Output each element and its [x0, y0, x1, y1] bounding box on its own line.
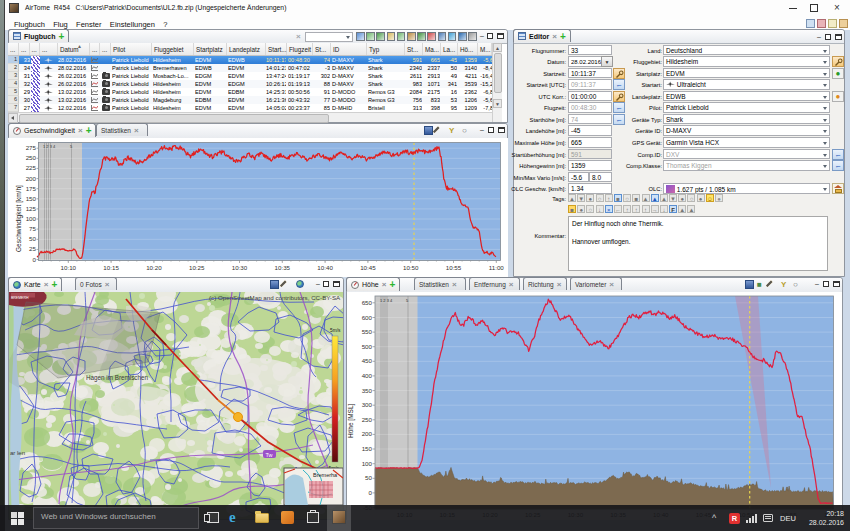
svg-text:100: 100: [362, 460, 373, 467]
svg-text:1 2 3 4: 1 2 3 4: [380, 298, 393, 303]
svg-text:450: 450: [362, 357, 373, 364]
svg-text:Bremerha: Bremerha: [313, 472, 338, 478]
svg-text:10:20: 10:20: [146, 264, 162, 271]
svg-text:650: 650: [362, 299, 373, 306]
svg-text:275: 275: [26, 144, 37, 151]
svg-text:10:15: 10:15: [103, 264, 119, 271]
svg-text:250: 250: [26, 154, 37, 161]
svg-text:150: 150: [26, 195, 37, 202]
svg-text:11:00: 11:00: [489, 264, 505, 271]
svg-text:125: 125: [26, 205, 37, 212]
svg-text:600: 600: [362, 314, 373, 321]
svg-text:Höhe [MSL]: Höhe [MSL]: [347, 403, 355, 438]
svg-text:200: 200: [26, 175, 37, 182]
svg-text:Tw: Tw: [266, 452, 273, 458]
svg-text:10:40: 10:40: [317, 264, 333, 271]
svg-text:10:45: 10:45: [360, 264, 376, 271]
svg-text:10:50: 10:50: [403, 264, 419, 271]
svg-text:10:30: 10:30: [232, 264, 248, 271]
svg-text:550: 550: [362, 328, 373, 335]
svg-text:150: 150: [362, 445, 373, 452]
svg-text:200: 200: [362, 430, 373, 437]
svg-text:10:35: 10:35: [275, 264, 291, 271]
svg-text:10:55: 10:55: [446, 264, 462, 271]
svg-text:50: 50: [29, 235, 36, 242]
svg-text:10:10: 10:10: [61, 264, 77, 271]
svg-text:25: 25: [29, 245, 36, 252]
svg-text:250: 250: [362, 416, 373, 423]
svg-text:300: 300: [362, 401, 373, 408]
svg-text:175: 175: [26, 185, 37, 192]
svg-text:10:25: 10:25: [189, 264, 205, 271]
svg-text:350: 350: [362, 387, 373, 394]
svg-text:(c) OpenStreetMap and contribu: (c) OpenStreetMap and contributors, CC-B…: [209, 294, 341, 301]
svg-text:0: 0: [369, 489, 373, 496]
svg-text:Geschwindigkeit [km/h]: Geschwindigkeit [km/h]: [15, 185, 23, 252]
svg-text:500: 500: [362, 343, 373, 350]
svg-text:ar len: ar len: [10, 450, 25, 456]
svg-text:100: 100: [26, 215, 37, 222]
svg-text:225: 225: [26, 164, 37, 171]
svg-text:0: 0: [33, 256, 37, 263]
svg-text:5m/s: 5m/s: [330, 328, 341, 333]
svg-text:Hagen im Bremischen: Hagen im Bremischen: [86, 374, 148, 382]
svg-text:50: 50: [365, 474, 372, 481]
svg-text:75: 75: [29, 225, 36, 232]
svg-text:BREMERH: BREMERH: [11, 296, 29, 300]
svg-text:400: 400: [362, 372, 373, 379]
